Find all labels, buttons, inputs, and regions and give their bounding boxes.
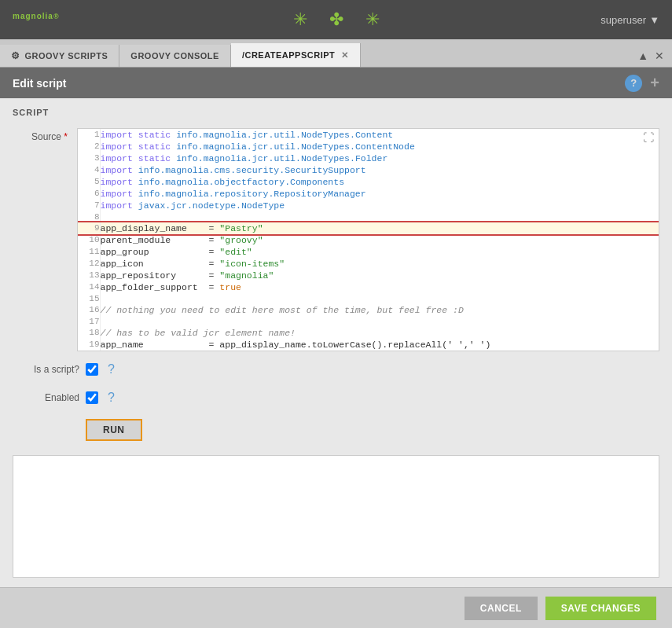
- tab-groovy-console-label: GROOVY CONSOLE: [130, 51, 219, 61]
- line-content: import info.magnolia.repository.Reposito…: [100, 188, 659, 200]
- line-content: import static info.magnolia.jcr.util.Nod…: [100, 141, 659, 152]
- logo-text: magnolia: [13, 12, 53, 20]
- section-script-title: SCRIPT: [13, 108, 659, 117]
- is-script-help-icon[interactable]: ?: [108, 362, 115, 376]
- line-number: 19: [78, 339, 100, 351]
- line-number: 17: [78, 316, 100, 327]
- line-number: 16: [78, 304, 100, 316]
- run-button[interactable]: RUN: [86, 419, 142, 441]
- run-row: RUN: [13, 416, 659, 444]
- line-content: import static info.magnolia.jcr.util.Nod…: [100, 129, 659, 141]
- line-content: app_folder_support = true: [100, 281, 659, 293]
- line-number: 13: [78, 270, 100, 281]
- line-content: app_name = app_display_name.toLowerCase(…: [100, 339, 659, 351]
- panel-header: Edit script ? +: [0, 68, 672, 98]
- tab-close-icon[interactable]: ✕: [341, 50, 349, 61]
- panel-body: SCRIPT Source * ⛶ 1 import static info.m…: [0, 98, 672, 587]
- line-number: 8: [78, 211, 100, 222]
- enabled-row: Enabled ?: [13, 387, 659, 408]
- line-content: parent_module = "groovy": [100, 234, 659, 246]
- line-number: 1: [78, 129, 100, 141]
- code-table: 1 import static info.magnolia.jcr.util.N…: [78, 129, 659, 351]
- line-number: 5: [78, 176, 100, 188]
- tab-createappscript[interactable]: /CREATEAPPSCRIPT ✕: [231, 43, 361, 67]
- tab-controls: ▲ ✕: [636, 50, 666, 62]
- required-star: *: [64, 131, 68, 142]
- line-content: [100, 293, 659, 304]
- line-content: [100, 316, 659, 327]
- tab-expand-icon[interactable]: ▲: [636, 50, 650, 62]
- output-area[interactable]: [13, 455, 659, 578]
- nav-apps-icon[interactable]: ✤: [329, 9, 343, 30]
- line-number: 4: [78, 164, 100, 176]
- panel-title: Edit script: [13, 77, 66, 90]
- source-row: Source * ⛶ 1 import static info.magnolia…: [13, 128, 659, 351]
- logo: magnolia®: [13, 9, 60, 30]
- nav-user[interactable]: superuser ▼: [600, 14, 659, 26]
- line-content: import info.magnolia.cms.security.Securi…: [100, 164, 659, 176]
- tab-groovy-console[interactable]: GROOVY CONSOLE: [119, 45, 231, 67]
- line-content: import info.magnolia.objectfactory.Compo…: [100, 176, 659, 188]
- line-content: [100, 211, 659, 222]
- line-content: app_display_name = "Pastry": [100, 222, 659, 234]
- groovy-scripts-icon: ⚙: [11, 50, 20, 61]
- line-content: app_repository = "magnolia": [100, 270, 659, 281]
- line-number: 9: [78, 222, 100, 234]
- line-content: // nothing you need to edit here most of…: [100, 304, 659, 316]
- source-label: Source *: [13, 128, 68, 351]
- line-number: 7: [78, 200, 100, 211]
- line-content: app_group = "edit": [100, 246, 659, 258]
- line-number: 3: [78, 152, 100, 164]
- main-content: Edit script ? + SCRIPT Source * ⛶ 1: [0, 68, 672, 628]
- panel-header-actions: ? +: [625, 74, 659, 92]
- user-dropdown-icon: ▼: [649, 14, 659, 26]
- line-content: // has to be valid jcr element name!: [100, 327, 659, 339]
- is-script-label: Is a script?: [13, 364, 79, 375]
- source-label-text: Source: [31, 131, 61, 142]
- logo-trademark: ®: [53, 13, 60, 20]
- enabled-label: Enabled: [13, 392, 79, 403]
- top-nav: magnolia® ✳ ✤ ✳ superuser ▼: [0, 0, 672, 39]
- is-script-checkbox[interactable]: [86, 363, 98, 376]
- nav-icons: ✳ ✤ ✳: [293, 9, 380, 30]
- edit-panel: Edit script ? + SCRIPT Source * ⛶ 1: [0, 68, 672, 587]
- bottom-bar: CANCEL SAVE CHANGES: [0, 587, 672, 628]
- line-number: 2: [78, 141, 100, 152]
- line-number: 11: [78, 246, 100, 258]
- line-number: 15: [78, 293, 100, 304]
- nav-pulse-icon[interactable]: ✳: [365, 9, 380, 30]
- line-number: 12: [78, 258, 100, 270]
- line-content: import static info.magnolia.jcr.util.Nod…: [100, 152, 659, 164]
- tab-groovy-scripts-label: GROOVY SCRIPTS: [25, 51, 108, 61]
- save-changes-button[interactable]: SAVE CHANGES: [545, 597, 656, 620]
- help-button[interactable]: ?: [625, 75, 642, 92]
- enabled-help-icon[interactable]: ?: [108, 391, 115, 405]
- username: superuser: [600, 14, 646, 26]
- add-button[interactable]: +: [650, 74, 659, 92]
- nav-tools-icon[interactable]: ✳: [293, 9, 307, 30]
- line-number: 14: [78, 281, 100, 293]
- line-content: import javax.jcr.nodetype.NodeType: [100, 200, 659, 211]
- tab-createappscript-label: /CREATEAPPSCRIPT: [242, 50, 335, 60]
- enabled-checkbox[interactable]: [86, 391, 98, 404]
- tab-groovy-scripts[interactable]: ⚙ GROOVY SCRIPTS: [0, 45, 119, 67]
- line-number: 6: [78, 188, 100, 200]
- is-script-row: Is a script? ?: [13, 359, 659, 380]
- line-number: 10: [78, 234, 100, 246]
- cancel-button[interactable]: CANCEL: [465, 597, 538, 620]
- tab-closeall-icon[interactable]: ✕: [653, 50, 666, 62]
- line-content: app_icon = "icon-items": [100, 258, 659, 270]
- tab-bar: ⚙ GROOVY SCRIPTS GROOVY CONSOLE /CREATEA…: [0, 39, 672, 68]
- expand-editor-icon[interactable]: ⛶: [643, 132, 654, 145]
- line-number: 18: [78, 327, 100, 339]
- code-editor[interactable]: ⛶ 1 import static info.magnolia.jcr.util…: [77, 128, 659, 351]
